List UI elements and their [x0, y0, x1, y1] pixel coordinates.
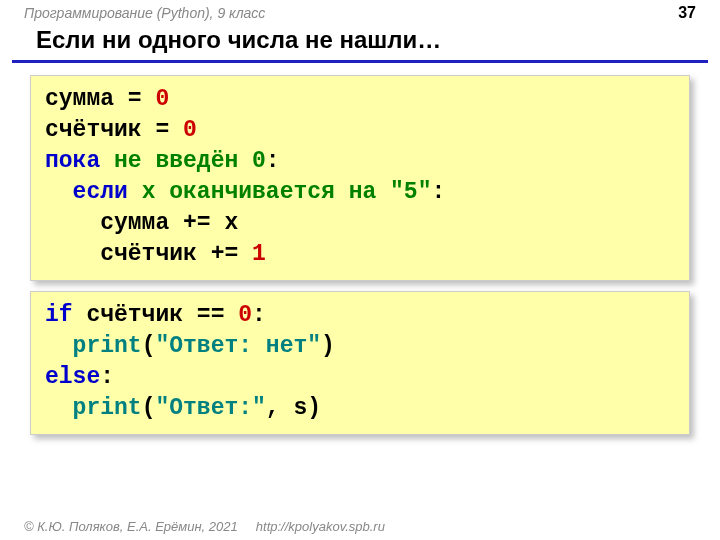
code-text: :	[431, 179, 445, 205]
code-text: (	[142, 333, 156, 359]
code-func: print	[45, 333, 142, 359]
code-func: print	[45, 395, 142, 421]
code-text: )	[321, 333, 335, 359]
code-text: сумма += x	[45, 210, 238, 236]
code-literal: 0	[155, 86, 169, 112]
code-text: , s)	[266, 395, 321, 421]
code-block-2: if счётчик == 0: print("Ответ: нет") els…	[30, 291, 690, 435]
code-text: (	[142, 395, 156, 421]
code-keyword: пока	[45, 148, 100, 174]
slide-title: Если ни одного числа не нашли…	[12, 24, 708, 63]
code-text: =	[142, 117, 183, 143]
code-keyword: если	[45, 179, 128, 205]
code-block-1: сумма = 0 счётчик = 0 пока не введён 0: …	[30, 75, 690, 281]
code-keyword: if	[45, 302, 73, 328]
code-string: "Ответ:"	[155, 395, 265, 421]
copyright-text: © К.Ю. Поляков, Е.А. Ерёмин, 2021	[24, 519, 238, 534]
footer: © К.Ю. Поляков, Е.А. Ерёмин, 2021 http:/…	[24, 519, 385, 534]
footer-url: http://kpolyakov.spb.ru	[256, 519, 385, 534]
code-text: счётчик ==	[73, 302, 239, 328]
code-keyword: else	[45, 364, 100, 390]
code-text: :	[252, 302, 266, 328]
code-text: :	[100, 364, 114, 390]
header: Программирование (Python), 9 класс 37	[0, 0, 720, 24]
code-text: =	[114, 86, 155, 112]
code-condition: не введён 0	[100, 148, 266, 174]
code-literal: 1	[252, 241, 266, 267]
code-text: :	[266, 148, 280, 174]
code-literal: 0	[238, 302, 252, 328]
course-label: Программирование (Python), 9 класс	[24, 5, 265, 21]
code-literal: 0	[183, 117, 197, 143]
code-text: счётчик	[45, 117, 142, 143]
code-string: "Ответ: нет"	[155, 333, 321, 359]
code-condition: x оканчивается на "5"	[128, 179, 432, 205]
page-number: 37	[678, 4, 696, 22]
code-text: счётчик +=	[45, 241, 252, 267]
code-text: сумма	[45, 86, 114, 112]
